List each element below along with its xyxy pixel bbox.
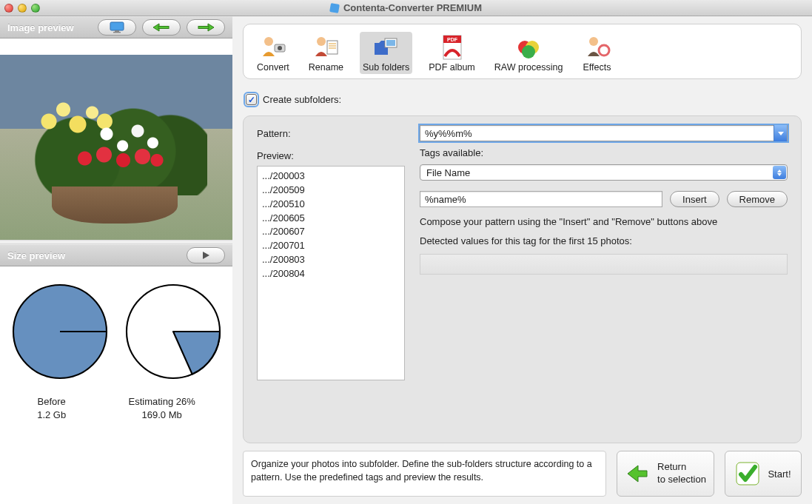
create-subfolders-label: Create subfolders:	[263, 94, 341, 105]
preview-label: Preview:	[257, 147, 405, 161]
compose-hint: Compose your pattern using the "Insert" …	[420, 215, 788, 229]
detected-values-box	[420, 254, 788, 275]
svg-point-23	[522, 45, 535, 58]
tab-rename[interactable]: Rename	[306, 32, 346, 74]
arrow-left-icon	[625, 461, 650, 486]
size-preview-play-button[interactable]	[187, 247, 225, 263]
preview-monitor-button[interactable]	[98, 19, 136, 36]
return-label-2: to selection	[657, 474, 706, 486]
image-preview-header: Image preview	[0, 16, 232, 38]
preview-next-button[interactable]	[187, 19, 225, 36]
tab-label: RAW processing	[494, 62, 563, 73]
list-item[interactable]: .../200804	[262, 267, 400, 281]
start-button[interactable]: Start!	[725, 451, 802, 497]
create-subfolders-checkbox[interactable]	[246, 94, 257, 105]
list-item[interactable]: .../200701	[262, 239, 400, 253]
svg-rect-17	[386, 40, 395, 46]
pie-after	[121, 280, 225, 383]
tag-token-value: %name%	[425, 194, 466, 205]
pattern-combo[interactable]: %y%%m%	[420, 125, 788, 141]
person-document-icon	[311, 34, 340, 61]
tab-label: Convert	[257, 62, 289, 73]
tags-available-label: Tags available:	[420, 147, 788, 158]
detected-hint: Detected values for this tag for the fir…	[420, 234, 788, 249]
svg-point-11	[317, 37, 326, 46]
svg-point-8	[264, 37, 273, 46]
svg-rect-12	[327, 41, 338, 54]
rgb-balls-icon	[514, 34, 543, 61]
tab-rawprocessing[interactable]: RAW processing	[491, 32, 566, 74]
tab-label: PDF album	[429, 62, 475, 73]
size-after-value: 169.0 Mb	[129, 409, 195, 422]
chevron-down-icon[interactable]	[774, 125, 787, 141]
tab-label: Sub folders	[363, 62, 409, 73]
list-item[interactable]: .../200509	[262, 184, 400, 198]
tag-token-field[interactable]: %name%	[420, 191, 662, 207]
return-to-selection-button[interactable]: Return to selection	[617, 451, 714, 497]
svg-rect-4	[198, 27, 209, 29]
insert-label: Insert	[682, 194, 707, 205]
tab-subfolders[interactable]: Sub folders	[360, 32, 412, 74]
size-preview-title: Size preview	[7, 250, 65, 261]
insert-button[interactable]: Insert	[670, 191, 719, 207]
pie-before	[8, 280, 112, 383]
pattern-value: %y%%m%	[425, 128, 472, 139]
tab-pdfalbum[interactable]: PDF PDF album	[426, 32, 478, 74]
size-before-label: Before	[37, 395, 66, 409]
size-after-label: Estimating 26%	[129, 395, 195, 409]
checkmark-icon	[735, 461, 760, 486]
title-bar: Contenta-Converter PREMIUM	[0, 0, 812, 16]
pdf-icon: PDF	[437, 34, 467, 61]
svg-point-10	[278, 46, 282, 50]
tab-convert[interactable]: Convert	[254, 32, 292, 74]
list-item[interactable]: .../200510	[262, 198, 400, 212]
tab-label: Rename	[309, 62, 343, 73]
tab-effects[interactable]: Effects	[579, 32, 614, 74]
list-item[interactable]: .../200003	[262, 169, 400, 184]
person-swirl-icon	[582, 34, 611, 61]
list-item[interactable]: .../200803	[262, 253, 400, 267]
tags-available-value: File Name	[426, 167, 470, 178]
folder-photos-icon	[372, 34, 401, 61]
updown-icon[interactable]	[773, 166, 786, 179]
tab-label: Effects	[583, 62, 611, 73]
list-item[interactable]: .../200607	[262, 225, 400, 239]
svg-rect-1	[115, 30, 119, 32]
svg-point-25	[599, 45, 609, 56]
preview-prev-button[interactable]	[142, 19, 181, 36]
remove-label: Remove	[739, 194, 775, 205]
svg-rect-3	[158, 27, 169, 29]
subfolders-form: Pattern: %y%%m% Preview: .../200003 .../…	[243, 115, 802, 443]
image-preview	[0, 55, 232, 240]
size-before-value: 1.2 Gb	[37, 409, 66, 422]
mode-toolbar: Convert Rename Sub folders PDF	[243, 24, 802, 79]
svg-rect-0	[110, 22, 124, 30]
size-after-block: Estimating 26% 169.0 Mb	[129, 395, 195, 422]
list-item[interactable]: .../200605	[262, 212, 400, 226]
return-label-1: Return	[657, 461, 706, 474]
footer-info: Organize your photos into subfolder. Def…	[243, 451, 606, 497]
tags-available-select[interactable]: File Name	[420, 164, 788, 181]
svg-text:PDF: PDF	[447, 37, 458, 42]
start-label: Start!	[768, 468, 791, 480]
app-icon	[329, 3, 340, 13]
size-preview-header: Size preview	[0, 244, 232, 266]
svg-point-24	[589, 37, 598, 46]
size-before-block: Before 1.2 Gb	[37, 395, 66, 422]
person-camera-icon	[258, 34, 288, 61]
remove-button[interactable]: Remove	[727, 191, 788, 207]
pattern-label: Pattern:	[257, 125, 405, 139]
preview-listbox[interactable]: .../200003 .../200509 .../200510 .../200…	[257, 166, 405, 380]
window-title: Contenta-Converter PREMIUM	[343, 2, 482, 13]
svg-rect-2	[113, 32, 121, 33]
image-preview-title: Image preview	[7, 22, 74, 33]
